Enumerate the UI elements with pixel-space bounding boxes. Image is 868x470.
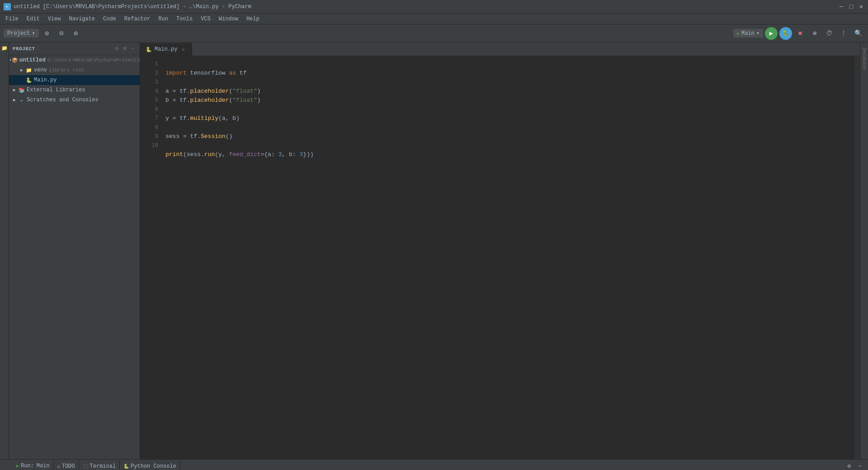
menu-refactor[interactable]: Refactor bbox=[121, 15, 154, 23]
tab-main-py[interactable]: 🐍 Main.py ✕ bbox=[140, 43, 192, 56]
split-icon[interactable]: ⊟ bbox=[55, 27, 68, 40]
run-button[interactable]: ▶ bbox=[765, 27, 778, 40]
tree-icon-untitled: 📦 bbox=[12, 57, 18, 64]
menu-help[interactable]: Help bbox=[243, 15, 263, 23]
todo-label: TODO bbox=[62, 463, 75, 470]
tab-python-console[interactable]: 🐍 Python Console bbox=[120, 460, 180, 470]
panel-icons: ⚙ ⊞ − bbox=[113, 46, 136, 52]
panel-expand-icon[interactable]: ⊞ bbox=[122, 46, 128, 52]
coverage-button[interactable]: ⊕ bbox=[808, 27, 821, 40]
project-panel-title: Project bbox=[13, 46, 35, 52]
tree-item-scratches[interactable]: ▶ ✏ Scratches and Consoles bbox=[9, 95, 140, 105]
bottom-area: ▶ Run: Main ☑ TODO ⬛ Terminal 🐍 Python C… bbox=[0, 459, 868, 470]
app-icon: P bbox=[4, 3, 11, 10]
tab-terminal[interactable]: ⬛ Terminal bbox=[79, 460, 120, 470]
todo-icon: ☑ bbox=[57, 464, 60, 469]
tree-sublabel-venv: library root bbox=[49, 67, 85, 73]
more-button[interactable]: ⋮ bbox=[837, 27, 850, 40]
run-tab-config: Main bbox=[37, 463, 50, 469]
terminal-label: Terminal bbox=[90, 463, 116, 470]
main-layout: 📁 Project ⚙ ⊞ − ▾ 📦 untitled C:\Users\MR… bbox=[0, 43, 868, 459]
tree-label-untitled: untitled bbox=[19, 57, 46, 63]
tab-bar: 🐍 Main.py ✕ bbox=[140, 43, 860, 56]
project-dropdown-icon: ▾ bbox=[32, 30, 35, 37]
tree-label-scratches: Scratches and Consoles bbox=[27, 97, 98, 103]
search-button[interactable]: 🔍 bbox=[852, 27, 864, 40]
run-config-name: Main bbox=[741, 30, 755, 37]
toolbar: Project ▾ ⚙ ⊟ ⚙ ▶ Main ▾ ▶ 🐛 ■ ⊕ ⏱ ⋮ 🔍 bbox=[0, 24, 868, 43]
gear-icon[interactable]: ⚙ bbox=[70, 27, 82, 40]
run-tab-icon: ▶ bbox=[16, 463, 19, 469]
tree-icon-external: 📚 bbox=[18, 86, 25, 94]
tab-main-icon: 🐍 bbox=[146, 47, 152, 52]
tree-arrow-external: ▶ bbox=[11, 87, 18, 93]
tree-icon-venv: 📁 bbox=[25, 66, 33, 74]
window-title: untitled [C:\Users\MRVLAB\PycharmProject… bbox=[14, 4, 251, 10]
menu-bar: File Edit View Navigate Code Refactor Ru… bbox=[0, 14, 868, 24]
settings-icon[interactable]: ⚙ bbox=[41, 27, 53, 40]
maximize-button[interactable]: □ bbox=[848, 4, 854, 10]
toolbar-right: ▶ Main ▾ ▶ 🐛 ■ ⊕ ⏱ ⋮ 🔍 bbox=[733, 27, 864, 40]
line-numbers: 1 2 3 4 5 6 7 8 9 10 bbox=[140, 56, 162, 459]
activity-bar: 📁 bbox=[0, 43, 9, 459]
tab-todo[interactable]: ☑ TODO bbox=[54, 460, 79, 470]
activity-project-icon[interactable]: 📁 bbox=[1, 44, 8, 52]
tab-main-close[interactable]: ✕ bbox=[180, 46, 186, 52]
tab-main-label: Main.py bbox=[155, 46, 177, 52]
menu-window[interactable]: Window bbox=[215, 15, 242, 23]
tree-icon-scratches: ✏ bbox=[18, 96, 25, 104]
menu-vcs[interactable]: VCS bbox=[197, 15, 214, 23]
run-config-dropdown: ▾ bbox=[756, 30, 760, 37]
right-panel: Database bbox=[860, 43, 868, 459]
console-settings-icon[interactable]: ⚙ bbox=[844, 462, 854, 470]
minimap bbox=[854, 56, 860, 459]
tab-run[interactable]: ▶ Run: Main bbox=[13, 460, 54, 470]
tree-label-main: Main.py bbox=[34, 77, 57, 83]
code-content[interactable]: import tensorflow as tf a = tf.placehold… bbox=[162, 56, 854, 459]
console-close-icon[interactable]: − bbox=[855, 462, 864, 470]
terminal-icon: ⬛ bbox=[83, 464, 88, 469]
menu-code[interactable]: Code bbox=[99, 15, 120, 23]
profiler-button[interactable]: ⏱ bbox=[823, 27, 835, 40]
toolbar-left: Project ▾ ⚙ ⊟ ⚙ bbox=[4, 27, 82, 40]
svg-text:P: P bbox=[6, 5, 8, 9]
tree-item-untitled[interactable]: ▾ 📦 untitled C:\Users\MRVLAB\PycharmProj… bbox=[9, 55, 140, 65]
project-selector[interactable]: Project ▾ bbox=[4, 29, 39, 38]
tree-icon-main: 🐍 bbox=[25, 76, 33, 84]
project-panel: Project ⚙ ⊞ − ▾ 📦 untitled C:\Users\MRVL… bbox=[9, 43, 140, 459]
debug-button[interactable]: 🐛 bbox=[779, 27, 792, 40]
bottom-tabs: ▶ Run: Main ☑ TODO ⬛ Terminal 🐍 Python C… bbox=[0, 460, 868, 470]
python-console-label: Python Console bbox=[131, 463, 176, 470]
project-selector-label: Project bbox=[7, 30, 30, 37]
close-button[interactable]: ✕ bbox=[858, 4, 864, 10]
code-editor[interactable]: 1 2 3 4 5 6 7 8 9 10 import tensorflow a… bbox=[140, 56, 860, 459]
menu-navigate[interactable]: Navigate bbox=[65, 15, 99, 23]
tree-item-main-py[interactable]: ▶ 🐍 Main.py bbox=[9, 75, 140, 85]
bottom-tab-icons: ⚙ − bbox=[844, 462, 864, 470]
menu-edit[interactable]: Edit bbox=[23, 15, 43, 23]
panel-settings-icon[interactable]: ⚙ bbox=[113, 46, 120, 52]
database-panel-label[interactable]: Database bbox=[862, 48, 867, 70]
run-config-selector[interactable]: ▶ Main ▾ bbox=[733, 29, 763, 38]
tree-item-external-libs[interactable]: ▶ 📚 External Libraries bbox=[9, 85, 140, 95]
python-console-icon: 🐍 bbox=[123, 464, 129, 469]
tree-label-external: External Libraries bbox=[27, 87, 85, 93]
menu-run[interactable]: Run bbox=[155, 15, 172, 23]
title-bar: P untitled [C:\Users\MRVLAB\PycharmProje… bbox=[0, 0, 868, 14]
tree-item-venv[interactable]: ▶ 📁 venv library root bbox=[9, 65, 140, 75]
run-tab-label: Run: bbox=[21, 463, 34, 469]
tree-arrow-scratches: ▶ bbox=[11, 97, 18, 103]
panel-collapse-icon[interactable]: − bbox=[130, 46, 136, 52]
tree-label-venv: venv bbox=[34, 67, 47, 73]
window-controls[interactable]: ─ □ ✕ bbox=[838, 4, 864, 10]
editor-area: 🐍 Main.py ✕ 1 2 3 4 5 6 7 8 9 10 import … bbox=[140, 43, 860, 459]
menu-file[interactable]: File bbox=[2, 15, 22, 23]
menu-tools[interactable]: Tools bbox=[173, 15, 196, 23]
menu-view[interactable]: View bbox=[44, 15, 65, 23]
minimize-button[interactable]: ─ bbox=[838, 4, 844, 10]
project-panel-header: Project ⚙ ⊞ − bbox=[9, 43, 140, 55]
stop-button[interactable]: ■ bbox=[794, 27, 807, 40]
title-bar-left: P untitled [C:\Users\MRVLAB\PycharmProje… bbox=[4, 3, 251, 10]
tree-arrow-venv: ▶ bbox=[18, 67, 25, 73]
